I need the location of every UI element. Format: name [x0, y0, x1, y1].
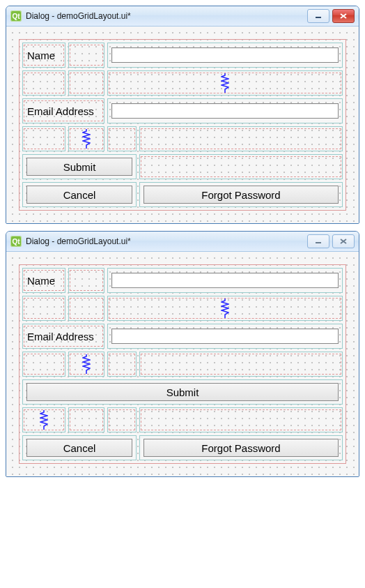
window-title: Dialog - demoGridLayout.ui*	[26, 236, 307, 246]
forgot-password-button[interactable]: Forgot Password	[143, 186, 339, 204]
vertical-spacer[interactable]	[109, 73, 341, 93]
designer-window-1: Qt Dialog - demoGridLayout.ui* Name	[6, 6, 359, 224]
submit-button[interactable]: Submit	[26, 158, 132, 176]
window-title: Dialog - demoGridLayout.ui*	[26, 11, 307, 21]
grid-layout-outline[interactable]: Name Email Address	[19, 39, 346, 211]
cancel-button[interactable]: Cancel	[26, 186, 132, 204]
vertical-spacer[interactable]	[109, 298, 341, 319]
grid-layout-outline[interactable]: Name Email Address	[19, 264, 346, 464]
email-label: Email Address	[27, 105, 94, 117]
vertical-spacer[interactable]	[70, 354, 103, 375]
titlebar[interactable]: Qt Dialog - demoGridLayout.ui*	[6, 6, 359, 27]
close-button[interactable]	[332, 9, 355, 23]
email-input[interactable]	[111, 103, 339, 119]
qt-app-icon: Qt	[10, 236, 22, 247]
name-label: Name	[27, 50, 55, 61]
vertical-spacer[interactable]	[70, 128, 103, 149]
submit-button[interactable]: Submit	[26, 383, 339, 401]
designer-window-2: Qt Dialog - demoGridLayout.ui* Name	[6, 231, 359, 477]
form-canvas[interactable]: Name Email Address	[6, 27, 359, 223]
close-button-disabled[interactable]	[332, 234, 355, 248]
cancel-button[interactable]: Cancel	[26, 439, 132, 457]
name-input[interactable]	[111, 273, 339, 288]
qt-app-icon: Qt	[10, 10, 22, 22]
forgot-password-button[interactable]: Forgot Password	[143, 439, 339, 457]
titlebar[interactable]: Qt Dialog - demoGridLayout.ui*	[6, 232, 359, 252]
name-input[interactable]	[111, 47, 339, 63]
minimize-button[interactable]	[307, 9, 329, 23]
minimize-button[interactable]	[307, 234, 329, 248]
name-label: Name	[27, 275, 55, 287]
vertical-spacer[interactable]	[24, 409, 64, 430]
email-input[interactable]	[111, 329, 339, 344]
form-canvas[interactable]: Name Email Address	[6, 252, 359, 476]
email-label: Email Address	[27, 331, 94, 342]
